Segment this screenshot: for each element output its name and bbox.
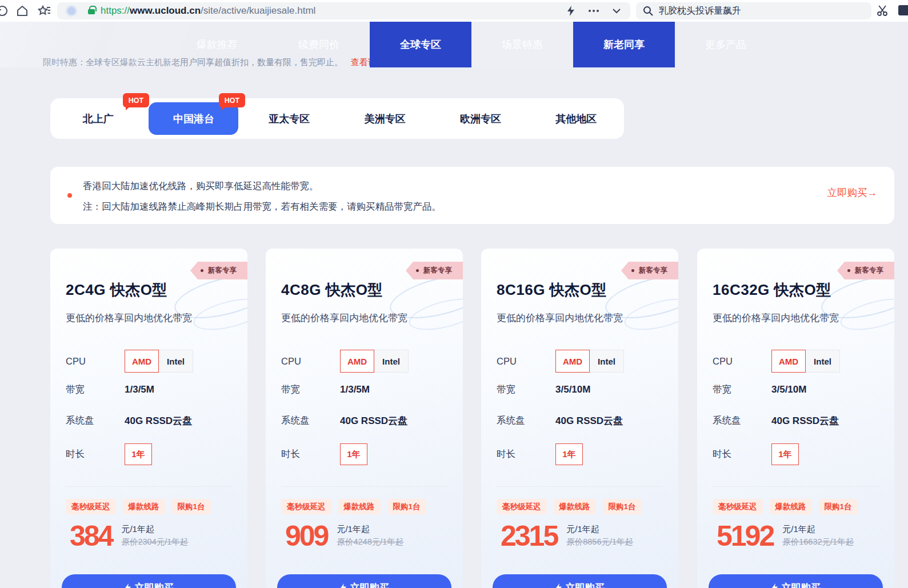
chevron-down-icon[interactable] [612,8,621,14]
badge-dot-icon [416,269,419,272]
cpu-option-intel[interactable]: Intel [590,350,624,373]
lightning-icon [555,583,562,588]
bandwidth-value: 3/5/10M [771,384,806,395]
feature-tag: 限购1台 [603,499,642,514]
lightning-icon [771,583,778,588]
badge-dot-icon [847,269,850,272]
original-price: 原价16632元/1年起 [782,537,854,547]
notice-buy-now-link[interactable]: 立即购买→ [827,186,878,199]
cpu-option-amd[interactable]: AMD [340,350,374,373]
cpu-option-amd[interactable]: AMD [555,350,590,373]
pricing: 384 元/1年起原价2304元/1年起 [70,521,188,551]
bandwidth-value: 1/3/5M [125,384,154,395]
buy-button[interactable]: 立即购买 [709,574,883,588]
product-card: 新客专享 8C16G 快杰O型 更低的价格享回内地优化带宽 CPU AMDInt… [481,249,678,588]
favorites-icon[interactable] [38,4,53,18]
duration-option[interactable]: 1年 [125,443,152,465]
more-options-icon[interactable] [588,9,599,13]
cpu-label: CPU [281,356,340,367]
lightning-icon[interactable] [566,6,575,16]
scissors-icon[interactable] [877,5,889,17]
tag-list: 毫秒级延迟 爆款线路 限购1台 [66,499,211,514]
notice-line1: 香港回大陆加速优化线路，购买即享低延迟高性能带宽。 [83,175,441,196]
nav-menu: 爆款推荐 续费同价 全球专区 场景特惠 新老同享 更多产品 [166,22,777,67]
spec-list: CPU AMDIntel 带宽1/3/5M 系统盘40G RSSD云盘 时长1年 [281,349,447,466]
clipped-toolbar-icon[interactable] [898,5,908,15]
disk-label: 系统盘 [497,414,555,427]
browser-search-box[interactable]: 乳胶枕头投诉量飙升 [636,2,871,19]
site-favicon [67,7,75,15]
tab-other-regions[interactable]: 其他地区 [555,112,597,126]
main-navbar: 爆款推荐 续费同价 全球专区 场景特惠 新老同享 更多产品 [0,22,908,67]
price-value: 5192 [717,521,773,551]
feature-tag: 毫秒级延迟 [713,499,763,514]
nav-item-global-zone[interactable]: 全球专区 [370,22,471,67]
nav-streak-decoration [0,22,105,67]
buy-button[interactable]: 立即购买 [62,574,236,588]
spec-list: CPU AMDIntel 带宽1/3/5M 系统盘40G RSSD云盘 时长1年 [66,349,232,466]
lock-icon [88,9,95,14]
browser-toolbar: https://www.ucloud.cn/site/active/kuaiji… [0,0,908,22]
cpu-option-intel[interactable]: Intel [806,350,840,373]
duration-label: 时长 [497,448,555,461]
tab-asia-pacific[interactable]: 亚太专区 [269,112,310,126]
home-icon[interactable] [15,4,29,18]
tab-beishangguang[interactable]: 北上广 [83,112,114,126]
tag-list: 毫秒级延迟 爆款线路 限购1台 [281,499,426,514]
disk-value: 40G RSSD云盘 [125,414,192,427]
search-icon [643,6,653,16]
new-customer-badge: 新客专享 [837,262,894,279]
bandwidth-value: 3/5/10M [555,384,590,395]
notice-line2: 注：回大陆加速线路禁止高峰期长期占用带宽，若有相关需要，请购买精品带宽产品。 [83,196,441,217]
nav-item-more-products[interactable]: 更多产品 [675,22,777,67]
tab-europe[interactable]: 欧洲专区 [460,112,501,126]
cpu-label: CPU [713,356,771,367]
buy-button[interactable]: 立即购买 [493,574,667,588]
cpu-option-amd[interactable]: AMD [125,350,159,373]
duration-option[interactable]: 1年 [555,443,583,465]
disk-value: 40G RSSD云盘 [771,414,839,427]
lightning-icon [125,583,131,588]
new-customer-badge: 新客专享 [190,262,247,279]
badge-label: 新客专享 [855,266,883,275]
disk-value: 40G RSSD云盘 [555,414,623,427]
nav-item-hot-picks[interactable]: 爆款推荐 [166,22,268,67]
product-card: 新客专享 16C32G 快杰O型 更低的价格享回内地优化带宽 CPU AMDIn… [697,249,894,588]
spec-list: CPU AMDIntel 带宽3/5/10M 系统盘40G RSSD云盘 时长1… [497,349,663,466]
tag-list: 毫秒级延迟 爆款线路 限购1台 [713,499,858,514]
tab-americas[interactable]: 美洲专区 [365,112,406,126]
buy-button[interactable]: 立即购买 [277,574,451,588]
price-unit: 元/1年起 [566,524,633,535]
card-title: 2C4G 快杰O型 [66,280,167,300]
nav-item-renewal[interactable]: 续费同价 [268,22,370,67]
cpu-option-amd[interactable]: AMD [771,350,806,373]
cpu-label: CPU [497,356,555,367]
nav-item-scene-deals[interactable]: 场景特惠 [471,22,573,67]
badge-label: 新客专享 [423,266,452,275]
region-tabbar: HOT HOT 北上广 中国港台 亚太专区 美洲专区 欧洲专区 其他地区 [50,98,624,139]
cpu-option-intel[interactable]: Intel [374,350,409,373]
feature-tag: 限购1台 [172,499,211,514]
price-unit: 元/1年起 [121,524,188,535]
cpu-option-intel[interactable]: Intel [159,350,193,373]
price-value: 384 [70,521,112,551]
duration-option[interactable]: 1年 [771,443,799,465]
duration-option[interactable]: 1年 [340,443,367,465]
pricing: 909 元/1年起原价4248元/1年起 [285,521,403,551]
new-customer-badge: 新客专享 [406,262,463,279]
hot-badge: HOT [123,93,149,107]
bandwidth-label: 带宽 [713,383,771,396]
feature-tag: 限购1台 [387,499,426,514]
duration-label: 时长 [281,448,340,461]
url-text[interactable]: https://www.ucloud.cn/site/active/kuaiji… [101,5,315,17]
feature-tag: 毫秒级延迟 [281,499,331,514]
reload-icon[interactable] [0,4,9,18]
nav-item-new-old-share[interactable]: 新老同享 [573,22,675,67]
search-query[interactable]: 乳胶枕头投诉量飙升 [659,5,741,17]
card-subtitle: 更低的价格享回内地优化带宽 [281,311,407,325]
badge-label: 新客专享 [639,266,667,275]
address-bar[interactable]: https://www.ucloud.cn/site/active/kuaiji… [57,2,630,19]
card-title: 4C8G 快杰O型 [281,280,383,300]
badge-dot-icon [631,269,634,272]
bullet-dot-icon [67,193,72,198]
